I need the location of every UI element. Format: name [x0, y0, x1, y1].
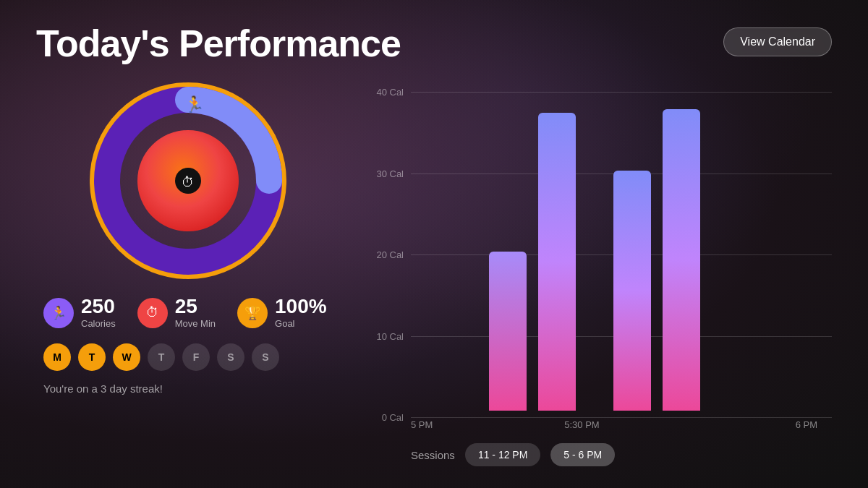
calories-label: Calories — [81, 318, 116, 329]
bar-group-6pm-2 — [663, 87, 700, 411]
session-5-6pm-button[interactable]: 5 - 6 PM — [550, 443, 615, 466]
day-friday: F — [182, 343, 210, 371]
grid-label-10: 10 Cal — [369, 331, 404, 342]
main-container: Today's Performance View Calendar — [0, 0, 868, 488]
calories-value: 250 — [81, 296, 116, 317]
move-min-label: Move Min — [175, 318, 216, 329]
bar-group-530pm-2 — [538, 87, 576, 411]
days-row: M T W T F S S — [36, 343, 279, 371]
ring-svg: 🏃 ⏱ — [87, 80, 289, 282]
ring-clock-icon: ⏱ — [182, 175, 195, 189]
move-min-value: 25 — [175, 296, 216, 317]
move-min-icon: ⏱ — [137, 298, 168, 328]
day-saturday: S — [217, 343, 244, 371]
bar-group-530pm-1 — [489, 87, 527, 411]
header: Today's Performance View Calendar — [36, 22, 832, 65]
grid-line-0 — [411, 417, 832, 418]
streak-text: You're on a 3 day streak! — [36, 382, 163, 395]
ring-chart: 🏃 ⏱ — [87, 80, 289, 282]
goal-icon: 🏆 — [237, 298, 268, 328]
day-tuesday: T — [78, 343, 106, 371]
bars-container — [411, 87, 832, 412]
stat-goal: 🏆 100% Goal — [237, 296, 327, 329]
grid-0: 0 Cal — [369, 412, 832, 423]
left-panel: 🏃 ⏱ 🏃 25 — [36, 80, 340, 466]
day-wednesday: W — [113, 343, 140, 371]
grid-label-40: 40 Cal — [369, 87, 404, 98]
goal-label: Goal — [275, 318, 327, 329]
sessions-row: Sessions 11 - 12 PM 5 - 6 PM — [369, 443, 832, 466]
bar-530pm-1 — [489, 252, 527, 411]
view-calendar-button[interactable]: View Calendar — [723, 27, 832, 56]
stats-row: 🏃 250 Calories ⏱ 25 Move Min 🏆 — [36, 296, 327, 329]
stat-move-min: ⏱ 25 Move Min — [137, 296, 216, 329]
day-thursday: T — [148, 343, 175, 371]
stat-calories: 🏃 250 Calories — [43, 296, 116, 329]
page-title: Today's Performance — [36, 22, 401, 65]
bar-6pm-1 — [613, 171, 651, 411]
grid-label-20: 20 Cal — [369, 249, 404, 260]
bar-group-5pm — [440, 87, 477, 411]
bar-group-spacer — [587, 87, 602, 411]
grid-label-30: 30 Cal — [369, 168, 404, 179]
bar-group-6pm-1 — [613, 87, 651, 411]
chart-grid: 40 Cal 30 Cal 20 Cal 10 Cal — [369, 87, 832, 412]
ring-activity-icon: 🏃 — [184, 95, 205, 114]
chart-area: 40 Cal 30 Cal 20 Cal 10 Cal — [369, 87, 832, 466]
day-sunday: S — [252, 343, 279, 371]
sessions-label: Sessions — [411, 449, 455, 461]
bar-530pm-2 — [538, 113, 576, 411]
grid-label-0: 0 Cal — [369, 412, 404, 423]
session-11-12pm-button[interactable]: 11 - 12 PM — [465, 443, 540, 466]
right-panel: 40 Cal 30 Cal 20 Cal 10 Cal — [369, 80, 832, 466]
bar-6pm-2 — [663, 109, 700, 411]
goal-value: 100% — [275, 296, 327, 317]
main-content: 🏃 ⏱ 🏃 25 — [36, 80, 832, 466]
calories-icon: 🏃 — [43, 298, 74, 328]
day-monday: M — [43, 343, 71, 371]
